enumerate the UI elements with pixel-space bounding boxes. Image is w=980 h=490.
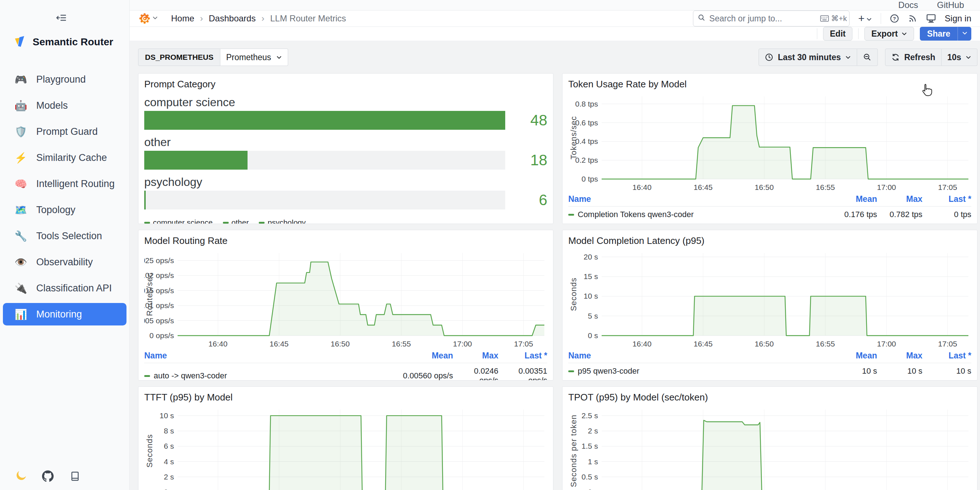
help-icon[interactable]: ? (890, 14, 899, 23)
panel-model-routing-rate: Model Routing Rate 0 ops/s0.005 ops/s0.0… (138, 230, 554, 380)
chevron-down-icon (276, 52, 282, 62)
token-usage-chart[interactable]: 0 tps0.2 tps0.4 tps0.6 tps0.8 tps16:4016… (568, 91, 971, 193)
sidebar-item-prompt-guard[interactable]: 🛡️Prompt Guard (3, 120, 126, 143)
series-toggle[interactable]: Completion Tokens qwen3-coder (568, 210, 808, 219)
sidebar: Semantic Router 🎮Playground🤖Models🛡️Prom… (0, 0, 130, 490)
chevron-down-icon (845, 52, 851, 62)
panel-completion-latency: Model Completion Latency (p95) 0 s5 s10 … (562, 230, 977, 380)
gauge-value: 6 (505, 191, 547, 209)
sidebar-item-topology[interactable]: 🗺️Topology (3, 199, 126, 221)
legend-item-other[interactable]: other (223, 218, 249, 224)
clock-icon (765, 53, 773, 62)
sidebar-item-intelligent-routing[interactable]: 🧠Intelligent Routing (3, 172, 126, 195)
export-button[interactable]: Export (864, 27, 914, 41)
display-monitor-icon[interactable] (926, 14, 936, 23)
svg-text:4 s: 4 s (164, 457, 174, 466)
legend-item-psychology[interactable]: psychology (259, 218, 305, 224)
refresh-button[interactable]: Refresh (885, 49, 942, 66)
svg-text:2.5 s: 2.5 s (581, 411, 598, 420)
legend-col-last[interactable]: Last * (498, 351, 547, 361)
share-button[interactable]: Share (920, 27, 958, 41)
sidebar-item-classification-api[interactable]: 🔌Classification API (3, 277, 126, 299)
panel-title[interactable]: Prompt Category (144, 79, 547, 90)
prompt-category-bar-gauge[interactable]: computer science48other18psychology6 (144, 96, 547, 210)
breadcrumb-home[interactable]: Home (171, 13, 194, 24)
sidebar-item-tools-selection[interactable]: 🔧Tools Selection (3, 225, 126, 247)
sidebar-item-models[interactable]: 🤖Models (3, 94, 126, 117)
legend-col-max[interactable]: Max (877, 351, 923, 361)
series-toggle[interactable]: p95 qwen3-coder (568, 366, 808, 376)
collapse-sidebar-icon[interactable] (56, 12, 67, 25)
legend-item-computer-science[interactable]: computer science (144, 218, 213, 224)
new-dashboard-button[interactable]: + (858, 12, 872, 25)
share-options-button[interactable] (958, 27, 971, 41)
legend-row: p95 qwen3-coder 10 s 10 s 10 s (568, 363, 971, 379)
svg-text:16:45: 16:45 (270, 340, 289, 348)
panel-prompt-category: Prompt Category computer science48other1… (138, 73, 554, 224)
tpot-chart[interactable]: 0 s0.5 s1 s1.5 s2 s2.5 s16:4016:4516:501… (568, 404, 971, 490)
legend-col-last[interactable]: Last * (923, 351, 971, 361)
max-value: 0.782 tps (877, 210, 923, 219)
series-toggle[interactable]: auto -> qwen3-coder (144, 371, 384, 380)
github-icon[interactable] (42, 471, 54, 482)
legend-col-mean[interactable]: Mean (808, 351, 877, 361)
svg-text:16:40: 16:40 (208, 340, 228, 348)
svg-text:16:45: 16:45 (694, 340, 713, 348)
svg-text:17:00: 17:00 (877, 183, 896, 191)
time-range-picker[interactable]: Last 30 minutes (759, 49, 857, 66)
ttft-chart[interactable]: 0 s2 s4 s6 s8 s10 s16:4016:4516:5016:551… (144, 404, 547, 490)
search-input[interactable] (709, 14, 816, 24)
legend-col-last[interactable]: Last * (923, 194, 971, 204)
legend-col-max[interactable]: Max (453, 351, 498, 361)
refresh-interval-select[interactable]: 10s (942, 49, 977, 66)
docs-book-icon[interactable] (70, 471, 80, 482)
sign-in-button[interactable]: Sign in (945, 13, 971, 24)
max-value: 10 s (877, 366, 923, 376)
panel-title[interactable]: Model Completion Latency (p95) (568, 235, 971, 247)
theme-toggle-moon-icon[interactable] (14, 471, 26, 482)
docs-link[interactable]: Docs (899, 0, 918, 10)
completion-latency-chart[interactable]: 0 s5 s10 s15 s20 s16:4016:4516:5016:5517… (568, 247, 971, 349)
svg-text:17:05: 17:05 (514, 340, 533, 348)
divider (817, 28, 817, 39)
app-logo-row: Semantic Router (0, 0, 129, 49)
sidebar-item-observability[interactable]: 👁️Observability (3, 251, 126, 273)
panel-title[interactable]: TTFT (p95) by Model (144, 392, 547, 403)
legend-col-name[interactable]: Name (568, 351, 808, 361)
topology-icon: 🗺️ (14, 204, 27, 216)
grafana-logo-menu[interactable] (139, 13, 158, 24)
zoom-out-time-button[interactable] (857, 49, 878, 66)
breadcrumb-dashboards[interactable]: Dashboards (209, 13, 256, 24)
routing-rate-chart[interactable]: 0 ops/s0.005 ops/s0.01 ops/s0.015 ops/s0… (144, 247, 547, 349)
panel-title[interactable]: Token Usage Rate by Model (568, 79, 971, 90)
dashboard-controls: DS_PROMETHEUS Prometheus Last 30 minutes (138, 49, 977, 66)
svg-text:8 s: 8 s (164, 426, 174, 435)
similarity-cache-icon: ⚡ (14, 152, 27, 164)
datasource-select[interactable]: Prometheus (220, 49, 288, 66)
legend-col-mean[interactable]: Mean (384, 351, 453, 361)
legend-col-name[interactable]: Name (144, 351, 384, 361)
legend-col-mean[interactable]: Mean (808, 194, 877, 204)
grafana-header: Home › Dashboards › LLM Router Metrics ⌘… (130, 11, 980, 27)
svg-text:16:55: 16:55 (816, 183, 835, 191)
datasource-variable-label: DS_PROMETHEUS (138, 49, 220, 66)
legend-col-name[interactable]: Name (568, 194, 808, 204)
sidebar-item-playground[interactable]: 🎮Playground (3, 68, 126, 91)
refresh-icon (891, 53, 900, 62)
svg-text:1.5 s: 1.5 s (581, 442, 598, 450)
legend-col-max[interactable]: Max (877, 194, 923, 204)
search-box: ⌘+k (693, 11, 850, 27)
gauge-bar-computer-science: computer science48 (144, 96, 547, 130)
svg-text:2 s: 2 s (588, 426, 598, 435)
sidebar-item-monitoring[interactable]: 📊Monitoring (3, 303, 126, 325)
svg-text:Seconds: Seconds (145, 434, 154, 468)
breadcrumb-separator: › (200, 13, 203, 24)
news-rss-icon[interactable] (908, 14, 917, 23)
panel-title[interactable]: TPOT (p95) by Model (sec/token) (568, 392, 971, 403)
edit-button[interactable]: Edit (823, 27, 853, 41)
sidebar-item-similarity-cache[interactable]: ⚡Similarity Cache (3, 146, 126, 169)
panel-title[interactable]: Model Routing Rate (144, 235, 547, 247)
app-root: Semantic Router 🎮Playground🤖Models🛡️Prom… (0, 0, 980, 490)
svg-text:0.5 s: 0.5 s (581, 473, 598, 481)
github-link[interactable]: GitHub (937, 0, 964, 10)
